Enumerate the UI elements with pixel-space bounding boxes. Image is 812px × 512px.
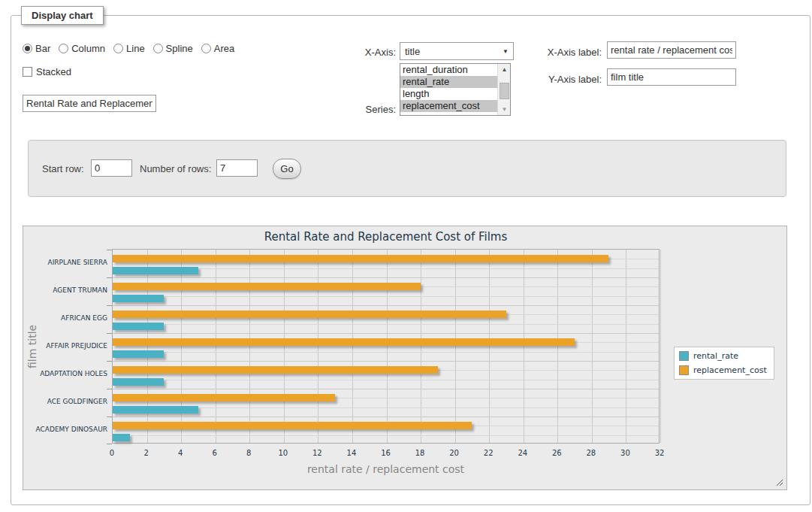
gridline	[113, 380, 659, 380]
series-multiselect[interactable]: rental_durationrental_ratelengthreplacem…	[400, 63, 511, 116]
row-range-panel: Start row: Number of rows: Go	[28, 140, 786, 197]
replacement_cost-bar	[113, 255, 608, 262]
rental_rate-bar	[113, 378, 164, 386]
y-axis-tick	[107, 417, 112, 417]
chart-title: Rental Rate and Replacement Cost of Film…	[112, 230, 660, 244]
replacement_cost-bar	[113, 283, 421, 290]
series-scrollbar[interactable]: ▲ ▼	[497, 64, 510, 115]
y-axis-tick	[107, 389, 112, 389]
gridline	[592, 250, 593, 443]
number-of-rows-label: Number of rows:	[140, 163, 211, 174]
gridline	[489, 250, 490, 443]
x-axis-field-label: X-Axis:	[331, 47, 396, 58]
rental_rate-bar	[113, 350, 164, 358]
start-row-label: Start row:	[42, 163, 84, 174]
rental_rate-bar	[113, 406, 198, 414]
radio-label: Column	[71, 43, 105, 54]
replacement_cost-bar	[113, 338, 575, 346]
series-option-rental_rate[interactable]: rental_rate	[400, 76, 498, 88]
radio-label: Area	[214, 43, 234, 54]
rental_rate-bar	[113, 434, 130, 441]
stacked-row: Stacked	[23, 66, 71, 77]
series-field-label: Series:	[331, 104, 396, 115]
x-tick-label: 10	[270, 449, 297, 457]
go-button[interactable]: Go	[273, 159, 301, 179]
legend-label: rental_rate	[693, 351, 738, 361]
y-axis-tick	[107, 361, 112, 362]
y-axis-label-input[interactable]	[607, 68, 736, 86]
legend-item-rental_rate: rental_rate	[679, 351, 767, 361]
scroll-up-icon[interactable]: ▲	[498, 64, 511, 75]
x-tick-label: 20	[441, 449, 468, 457]
gridline	[113, 296, 659, 297]
gridline	[113, 277, 659, 278]
x-axis-label-field-label: X-Axis label:	[536, 47, 602, 58]
gridline	[113, 361, 659, 362]
x-axis-select[interactable]: title ▼	[400, 42, 514, 60]
gridline	[524, 250, 524, 443]
gridline	[249, 250, 250, 443]
plot-area	[112, 249, 660, 444]
x-tick-label: 4	[167, 449, 194, 457]
scrollbar-thumb[interactable]	[500, 83, 509, 99]
number-of-rows-input[interactable]	[216, 159, 258, 177]
gridline	[557, 250, 558, 443]
radio-label: Bar	[35, 43, 50, 54]
chart-type-option-area: Area	[201, 43, 234, 54]
radio-area[interactable]	[201, 44, 211, 53]
x-tick-label: 32	[646, 449, 673, 457]
y-axis-tick	[107, 250, 112, 250]
replacement_cost-bar	[113, 311, 506, 318]
x-tick-label: 26	[543, 449, 570, 457]
chart-type-option-line: Line	[113, 43, 145, 54]
select-dropdown-arrow-icon: ▼	[503, 48, 509, 55]
gridline	[455, 250, 456, 443]
legend-swatch	[679, 365, 689, 375]
chart-type-option-column: Column	[59, 43, 105, 54]
y-axis-tick	[107, 333, 112, 334]
gridline	[181, 250, 182, 443]
series-option-rental_duration[interactable]: rental_duration	[400, 64, 498, 76]
x-tick-label: 22	[475, 449, 502, 457]
chart-type-option-spline: Spline	[153, 43, 193, 54]
radio-bar[interactable]	[23, 44, 32, 53]
y-axis-tick	[107, 305, 112, 306]
x-tick-label: 8	[235, 449, 262, 457]
gridline	[113, 389, 659, 389]
gridline	[113, 417, 659, 417]
legend-swatch	[679, 351, 689, 361]
x-tick-labels: 02468101214161820222426283032	[112, 449, 660, 459]
series-option-replacement_cost[interactable]: replacement_cost	[400, 100, 498, 112]
radio-spline[interactable]	[153, 44, 163, 53]
chart-type-option-bar: Bar	[23, 43, 50, 54]
x-tick-label: 14	[338, 449, 365, 457]
radio-label: Line	[126, 43, 145, 54]
chart-title-input[interactable]	[23, 95, 156, 112]
x-tick-label: 18	[406, 449, 433, 457]
scroll-down-icon[interactable]: ▼	[498, 104, 511, 115]
y-axis-tick	[107, 277, 112, 278]
x-tick-label: 12	[303, 449, 331, 457]
resize-grip-icon[interactable]	[775, 478, 783, 486]
x-axis-label-input[interactable]	[607, 41, 736, 59]
gridline	[113, 333, 659, 334]
radio-column[interactable]	[59, 44, 68, 53]
gridline	[387, 250, 388, 443]
gridline	[318, 250, 318, 443]
x-axis-selected-value: title	[405, 46, 420, 57]
chart-type-radio-group: BarColumnLineSplineArea	[23, 43, 234, 54]
gridline	[421, 250, 421, 443]
x-tick-label: 30	[611, 449, 638, 457]
gridline	[626, 250, 626, 443]
start-row-input[interactable]	[91, 159, 132, 177]
x-tick-label: 24	[509, 449, 536, 457]
fieldset-legend: Display chart	[21, 6, 104, 25]
stacked-label: Stacked	[36, 66, 71, 77]
radio-line[interactable]	[113, 44, 123, 53]
x-tick-label: 16	[373, 449, 400, 457]
y-axis-label-field-label: Y-Axis label:	[536, 74, 602, 85]
series-option-length[interactable]: length	[400, 88, 498, 100]
stacked-checkbox[interactable]	[23, 67, 32, 77]
x-tick-label: 28	[578, 449, 605, 457]
replacement_cost-bar	[113, 394, 335, 401]
